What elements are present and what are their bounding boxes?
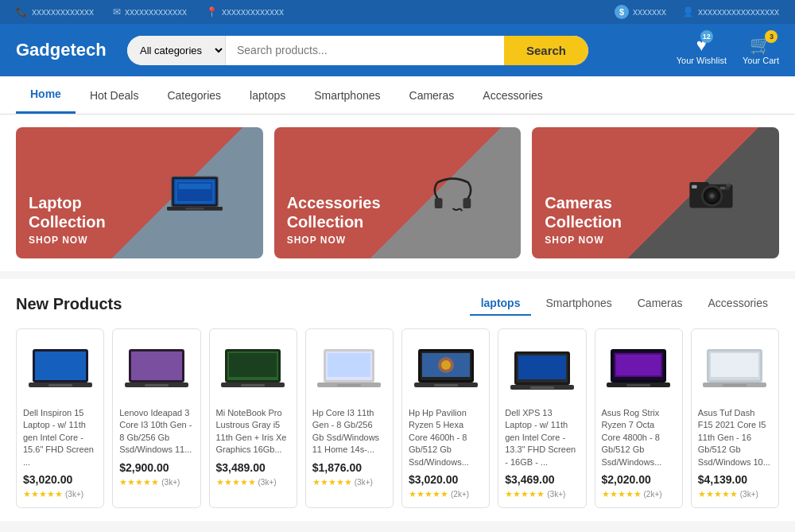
nav-categories[interactable]: Categories (153, 78, 235, 113)
product-description: Hp Hp Pavilion Ryzen 5 Hexa Core 4600h -… (409, 407, 483, 468)
product-price: $3,469.00 (505, 473, 579, 486)
email-text: xxxxxxxxxxxxx (125, 6, 187, 17)
product-card[interactable]: Mi NoteBook Pro Lustrous Gray i5 11th Ge… (209, 328, 297, 508)
star-icon: ★★★★★ (602, 489, 642, 499)
product-price: $4,139.00 (698, 473, 772, 486)
product-price: $2,900.00 (119, 461, 193, 474)
svg-rect-37 (337, 384, 361, 386)
product-price: $3,020.00 (23, 473, 97, 486)
product-price: $1,876.00 (312, 461, 386, 474)
user-info[interactable]: 👤 xxxxxxxxxxxxxxxxx (682, 6, 779, 17)
user-icon: 👤 (682, 6, 694, 17)
location-text: xxxxxxxxxxxxx (222, 6, 284, 17)
svg-rect-30 (229, 353, 277, 377)
star-icon: ★★★★★ (119, 477, 159, 487)
nav-cameras[interactable]: Cameras (395, 78, 469, 113)
tab-accessories[interactable]: Accessories (697, 292, 779, 316)
product-card[interactable]: Lenovo Ideapad 3 Core I3 10th Gen - 8 Gb… (112, 328, 200, 508)
header: Gadgetech All categories laptops Smartph… (0, 24, 795, 76)
banners-section: LaptopCollection SHOP NOW AccessoriesCol… (0, 115, 795, 271)
product-image (119, 337, 193, 401)
search-input[interactable] (226, 36, 504, 64)
wishlist-badge: 12 (700, 30, 713, 43)
svg-rect-16 (692, 185, 697, 188)
cart-badge: 3 (765, 30, 778, 43)
nav-laptops[interactable]: laptops (235, 78, 300, 113)
product-grid: Dell Inspiron 15 Laptop - w/ 11th gen In… (16, 328, 779, 508)
product-description: Asus Rog Strix Ryzen 7 Octa Core 4800h -… (602, 407, 676, 468)
category-select[interactable]: All categories laptops Smartphones Camer… (127, 36, 226, 65)
location-info: 📍 xxxxxxxxxxxxx (206, 6, 284, 17)
product-image (23, 337, 97, 401)
product-card[interactable]: Asus Tuf Dash F15 2021 Core I5 11th Gen … (691, 328, 779, 508)
product-description: Dell Inspiron 15 Laptop - w/ 11th gen In… (23, 407, 97, 468)
svg-rect-23 (48, 384, 72, 386)
banner-accessories-image (385, 127, 521, 258)
product-description: Asus Tuf Dash F15 2021 Core I5 11th Gen … (698, 407, 772, 468)
review-count: (3k+) (161, 478, 180, 487)
nav-smartphones[interactable]: Smartphones (300, 78, 394, 113)
product-rating: ★★★★★ (3k+) (216, 477, 290, 487)
email-info: ✉ xxxxxxxxxxxxx (113, 6, 187, 17)
star-icon: ★★★★★ (23, 489, 63, 499)
products-section: New Products laptops Smartphones Cameras… (0, 279, 795, 521)
banner-cameras-title: CamerasCollection (545, 193, 622, 231)
nav-accessories[interactable]: Accessories (468, 78, 556, 113)
review-count: (3k+) (258, 478, 277, 487)
product-rating: ★★★★★ (3k+) (698, 489, 772, 499)
products-title: New Products (16, 295, 122, 313)
search-button[interactable]: Search (504, 36, 588, 65)
product-rating: ★★★★★ (3k+) (23, 489, 97, 499)
review-count: (3k+) (355, 478, 373, 487)
svg-rect-4 (186, 208, 204, 209)
svg-text:EOS: EOS (720, 187, 725, 190)
location-icon: 📍 (206, 6, 218, 17)
currency-text: xxxxxxx (633, 6, 666, 17)
tab-smartphones[interactable]: Smartphones (534, 292, 622, 316)
banner-accessories[interactable]: AccessoriesCollection SHOP NOW (274, 127, 522, 258)
phone-text: xxxxxxxxxxxxx (32, 6, 94, 17)
product-image (602, 337, 676, 401)
nav-home[interactable]: Home (16, 76, 76, 114)
svg-rect-47 (518, 355, 566, 379)
star-icon: ★★★★★ (698, 489, 738, 499)
product-card[interactable]: Dell Inspiron 15 Laptop - w/ 11th gen In… (16, 328, 104, 508)
banner-accessories-shop: SHOP NOW (287, 235, 381, 246)
svg-rect-49 (530, 386, 554, 389)
product-image (505, 337, 579, 401)
wishlist-button[interactable]: ♥ 12 Your Wishlist (677, 35, 727, 65)
svg-rect-58 (711, 353, 758, 377)
product-description: Hp Core I3 11th Gen - 8 Gb/256 Gb Ssd/Wi… (312, 407, 386, 456)
banner-cameras[interactable]: CamerasCollection SHOP NOW EOS (532, 127, 779, 258)
svg-rect-35 (328, 353, 370, 377)
product-card[interactable]: Asus Rog Strix Ryzen 7 Octa Core 4800h -… (595, 328, 683, 508)
review-count: (3k+) (65, 490, 83, 499)
product-card[interactable]: Dell XPS 13 Laptop - w/ 11th gen Intel C… (498, 328, 586, 508)
product-card[interactable]: Hp Core I3 11th Gen - 8 Gb/256 Gb Ssd/Wi… (305, 328, 394, 508)
review-count: (2k+) (644, 490, 662, 499)
nav-hotdeals[interactable]: Hot Deals (76, 78, 153, 113)
svg-point-15 (710, 194, 713, 197)
product-description: Mi NoteBook Pro Lustrous Gray i5 11th Ge… (216, 407, 290, 456)
star-icon: ★★★★★ (216, 477, 256, 487)
search-bar: All categories laptops Smartphones Camer… (127, 36, 588, 65)
logo[interactable]: Gadgetech (16, 40, 111, 60)
product-price: $2,020.00 (602, 473, 676, 486)
product-tabs: laptops Smartphones Cameras Accessories (470, 292, 779, 316)
cart-button[interactable]: 🛒 3 Your Cart (743, 35, 779, 65)
dollar-icon: $ (615, 5, 629, 19)
tab-cameras[interactable]: Cameras (626, 292, 694, 316)
cart-label: Your Cart (743, 56, 779, 65)
svg-rect-60 (723, 384, 747, 386)
svg-rect-7 (435, 198, 443, 208)
banner-laptop-shop: SHOP NOW (29, 235, 106, 246)
product-price: $3,489.00 (216, 461, 290, 474)
currency-info[interactable]: $ xxxxxxx (615, 5, 666, 19)
banner-laptop[interactable]: LaptopCollection SHOP NOW (16, 127, 263, 258)
svg-rect-44 (434, 384, 458, 386)
review-count: (3k+) (547, 490, 565, 499)
product-rating: ★★★★★ (3k+) (119, 477, 193, 487)
phone-info: 📞 xxxxxxxxxxxxx (16, 6, 94, 17)
tab-laptops[interactable]: laptops (470, 292, 532, 316)
product-card[interactable]: Hp Hp Pavilion Ryzen 5 Hexa Core 4600h -… (401, 328, 490, 508)
